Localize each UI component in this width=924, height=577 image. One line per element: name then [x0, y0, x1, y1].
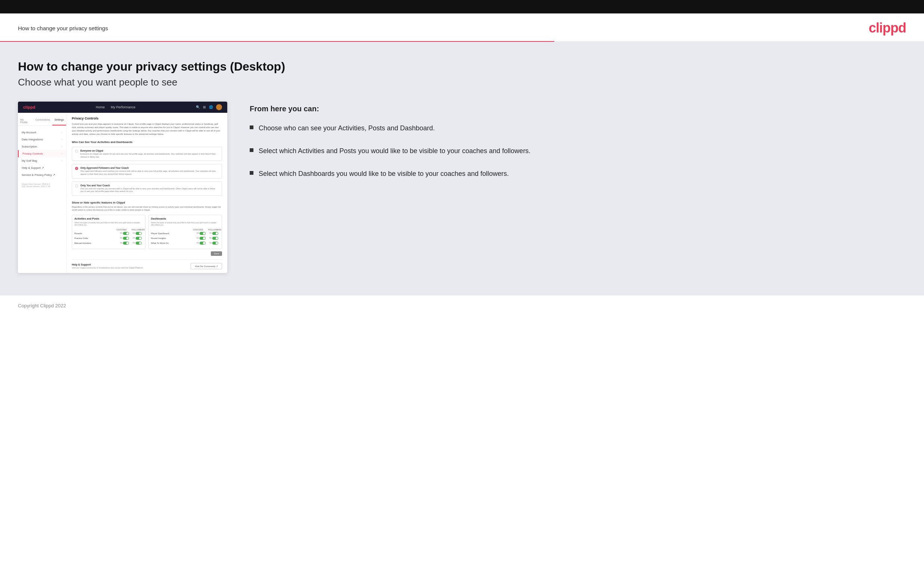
logo: clippd	[869, 20, 906, 36]
version-info: Clippd Client Version: 2022.8.2SQL Serve…	[18, 179, 66, 189]
toggle-what-to-work-followers[interactable]	[212, 242, 218, 245]
sidebar-item-help-support[interactable]: Help & Support ↗	[18, 164, 66, 171]
toggle-player-dash-coaches[interactable]	[200, 232, 205, 235]
toggle-manual-coaches[interactable]	[123, 242, 129, 245]
footer: Copyright Clippd 2022	[0, 295, 924, 316]
dashboards-panel-desc: Select the types of activity that you'd …	[151, 221, 220, 226]
activities-panel: Activities and Posts Select the types of…	[72, 215, 145, 249]
header-title: How to change your privacy settings	[18, 25, 108, 31]
activities-panel-title: Activities and Posts	[74, 218, 143, 220]
chevron-right-icon: ›	[62, 152, 62, 155]
mockup-logo: clippd	[23, 105, 35, 110]
mockup-sidebar-tabs: My Profile Connections Settings	[18, 116, 66, 126]
main-content: How to change your privacy settings (Des…	[0, 42, 924, 295]
bullet-item-3: Select which Dashboards you would like t…	[250, 169, 906, 179]
save-button[interactable]: Save	[211, 251, 222, 256]
dashboards-panel-title: Dashboards	[151, 218, 220, 220]
search-icon[interactable]: 🔍	[196, 105, 200, 109]
bullet-item-1: Choose who can see your Activities, Post…	[250, 124, 906, 133]
mockup-nav-home[interactable]: Home	[96, 105, 105, 109]
mockup-section-title: Privacy Controls	[72, 116, 222, 120]
toggle-row-rounds: Rounds ON ON	[74, 232, 143, 235]
header: How to change your privacy settings clip…	[0, 13, 924, 41]
visit-community-button[interactable]: Visit Our Community ↗	[191, 263, 222, 269]
chevron-right-icon: ›	[62, 131, 62, 134]
mockup-nav: Home My Performance	[96, 105, 135, 109]
tab-settings[interactable]: Settings	[52, 116, 66, 126]
show-hide-desc: Regardless of the privacy controls that …	[72, 206, 222, 211]
mockup-body: My Profile Connections Settings My Accou…	[18, 113, 227, 273]
bullet-text-3: Select which Dashboards you would like t…	[258, 169, 509, 179]
grid-icon[interactable]: ⊞	[203, 105, 206, 109]
mockup-sidebar: My Profile Connections Settings My Accou…	[18, 113, 66, 273]
activities-panel-desc: Select the types of activity that you'd …	[74, 221, 143, 226]
mockup-nav-performance[interactable]: My Performance	[111, 105, 135, 109]
sidebar-item-data-integrations[interactable]: Data Integrations ›	[18, 136, 66, 143]
chevron-right-icon: ›	[62, 138, 62, 141]
dashboards-panel: Dashboards Select the types of activity …	[149, 215, 222, 249]
sidebar-item-my-golf-bag[interactable]: My Golf Bag ›	[18, 157, 66, 164]
toggles-section: Show or hide specific features in Clippd…	[72, 201, 222, 255]
show-hide-title: Show or hide specific features in Clippd	[72, 201, 222, 204]
globe-icon[interactable]: 🌐	[209, 105, 213, 109]
toggle-row-practice-drills: Practice Drills ON ON	[74, 237, 143, 240]
toggle-player-dash-followers[interactable]	[212, 232, 218, 235]
page-subheading: Choose what you want people to see	[18, 77, 906, 88]
right-panel: From here you can: Choose who can see yo…	[250, 102, 906, 179]
copyright: Copyright Clippd 2022	[18, 303, 66, 308]
sidebar-item-subscription[interactable]: Subscription ›	[18, 143, 66, 150]
radio-button-everyone[interactable]	[75, 150, 78, 153]
tab-connections[interactable]: Connections	[33, 116, 52, 126]
toggle-row-what-to-work-on: What To Work On ON ON	[151, 242, 220, 245]
screenshot-mockup: clippd Home My Performance 🔍 ⊞ 🌐 My P	[18, 102, 227, 273]
bullet-item-2: Select which Activities and Posts you wo…	[250, 147, 906, 156]
avatar[interactable]	[216, 104, 222, 110]
radio-button-approved-followers[interactable]	[75, 167, 78, 170]
toggle-manual-followers[interactable]	[136, 242, 142, 245]
chevron-right-icon: ›	[62, 145, 62, 148]
mockup-main-panel: Privacy Controls Control how you and you…	[66, 113, 227, 273]
content-columns: clippd Home My Performance 🔍 ⊞ 🌐 My P	[18, 102, 906, 273]
chevron-right-icon: ›	[62, 160, 62, 162]
bullet-square-1	[250, 126, 254, 129]
radio-option-everyone[interactable]: Everyone on Clippd Everyone on Clippd ca…	[72, 147, 222, 161]
mockup-description: Control how you and your data appears to…	[72, 122, 222, 136]
help-section: Help & Support Visit our Clippd communit…	[72, 259, 222, 269]
help-desc: Visit our Clippd community to troublesho…	[72, 267, 144, 269]
tab-my-profile[interactable]: My Profile	[18, 116, 33, 126]
from-here-label: From here you can:	[250, 105, 906, 113]
bullet-square-3	[250, 171, 254, 175]
page-heading: How to change your privacy settings (Des…	[18, 60, 906, 74]
toggle-what-to-work-coaches[interactable]	[200, 242, 205, 245]
toggle-practice-coaches[interactable]	[123, 237, 129, 240]
toggle-practice-followers[interactable]	[136, 237, 142, 240]
sidebar-item-privacy-controls[interactable]: Privacy Controls ›	[18, 150, 66, 157]
toggle-rounds-coaches[interactable]	[123, 232, 129, 235]
save-row: Save	[72, 251, 222, 256]
who-can-see-title: Who Can See Your Activities and Dashboar…	[72, 140, 222, 144]
activities-toggle-headers: COACHES FOLLOWERS	[74, 229, 143, 231]
help-title: Help & Support	[72, 263, 144, 266]
toggle-row-player-dashboard: Player Dashboard ON ON	[151, 232, 220, 235]
radio-button-only-you[interactable]	[75, 184, 78, 187]
bullet-text-2: Select which Activities and Posts you wo…	[258, 147, 530, 156]
bullet-square-2	[250, 148, 254, 152]
toggle-row-round-insights: Round Insights ON ON	[151, 237, 220, 240]
top-bar	[0, 0, 924, 13]
bullet-list: Choose who can see your Activities, Post…	[250, 124, 906, 179]
bullet-text-1: Choose who can see your Activities, Post…	[258, 124, 435, 133]
radio-group: Everyone on Clippd Everyone on Clippd ca…	[72, 147, 222, 196]
sidebar-item-my-account[interactable]: My Account ›	[18, 129, 66, 136]
toggles-grid: Activities and Posts Select the types of…	[72, 215, 222, 249]
mockup-topbar: clippd Home My Performance 🔍 ⊞ 🌐	[18, 102, 227, 113]
toggle-rounds-followers[interactable]	[136, 232, 142, 235]
radio-option-only-you[interactable]: Only You and Your Coach Only you and the…	[72, 182, 222, 196]
toggle-round-insights-followers[interactable]	[212, 237, 218, 240]
dashboards-toggle-headers: COACHES FOLLOWERS	[151, 229, 220, 231]
toggle-row-manual-activities: Manual Activities ON ON	[74, 242, 143, 245]
radio-option-approved-followers[interactable]: Only Approved Followers and Your Coach O…	[72, 164, 222, 178]
sidebar-item-service-privacy[interactable]: Service & Privacy Policy ↗	[18, 171, 66, 179]
mockup-icons: 🔍 ⊞ 🌐	[196, 104, 222, 110]
toggle-round-insights-coaches[interactable]	[200, 237, 205, 240]
